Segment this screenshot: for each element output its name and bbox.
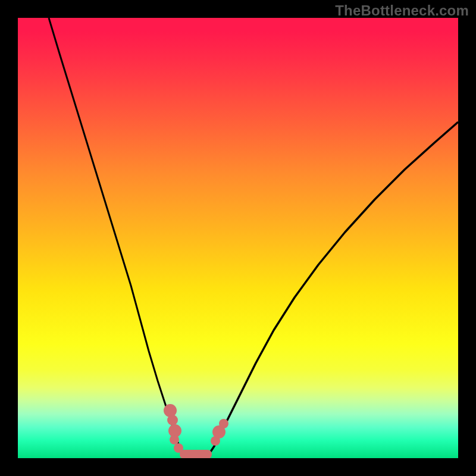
left-curve: [49, 18, 190, 458]
valley-marker-group: [164, 404, 228, 458]
curve-layer: [18, 18, 458, 458]
valley-marker-dot: [219, 419, 228, 428]
valley-marker-dot: [167, 415, 178, 425]
chart-frame: TheBottleneck.com: [0, 0, 476, 476]
valley-marker-dot: [164, 404, 177, 417]
valley-base-bar: [180, 450, 212, 458]
valley-marker-dot: [174, 443, 183, 453]
watermark-text: TheBottleneck.com: [335, 2, 469, 19]
plot-area: [18, 18, 458, 458]
right-curve: [202, 122, 458, 458]
valley-marker-dot: [170, 435, 179, 444]
